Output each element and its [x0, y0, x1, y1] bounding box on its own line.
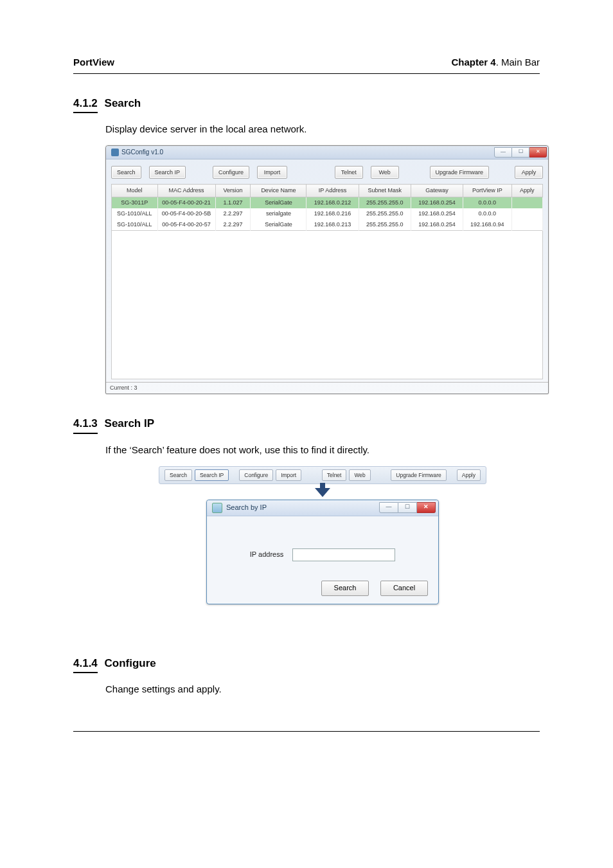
callout-arrow-icon [315, 488, 330, 497]
web-button[interactable]: Web [371, 166, 399, 179]
search-by-ip-dialog: Search by IP — ☐ ✕ IP address Search [206, 500, 439, 604]
close-button[interactable]: ✕ [529, 147, 547, 158]
cell-mac: 00-05-F4-00-20-5B [157, 208, 215, 219]
window-title: SGConfig v1.0 [121, 148, 163, 158]
cell-mask: 255.255.255.0 [359, 197, 411, 209]
heading-4-1-4: 4.1.4 Configure [73, 656, 540, 674]
cell-gw: 192.168.0.254 [411, 208, 463, 219]
device-table[interactable]: Model MAC Address Version Device Name IP… [111, 184, 543, 231]
header-right: Chapter 4. Main Bar [451, 55, 540, 69]
apply-button[interactable]: Apply [457, 469, 481, 481]
col-portview[interactable]: PortView IP [463, 185, 512, 197]
col-gateway[interactable]: Gateway [411, 185, 463, 197]
cell-model: SG-1010/ALL [112, 208, 158, 219]
cell-mac: 00-05-F4-00-20-21 [157, 197, 215, 209]
cell-apply [511, 219, 542, 231]
cell-gw: 192.168.0.254 [411, 219, 463, 231]
header-chapter: Chapter 4 [451, 57, 495, 68]
search-ip-button[interactable]: Search IP [149, 166, 186, 179]
status-bar: Current : 3 [106, 382, 548, 393]
minimize-button[interactable]: — [494, 147, 512, 158]
apply-button[interactable]: Apply [515, 166, 543, 179]
heading-title: Configure [105, 657, 156, 669]
cell-ver: 1.1.027 [215, 197, 251, 209]
cell-ip: 192.168.0.212 [306, 197, 359, 209]
table-row[interactable]: SG-3011P00-05-F4-00-20-211.1.027SerialGa… [112, 197, 543, 209]
search-ip-button[interactable]: Search IP [195, 469, 229, 481]
table-empty-area [112, 231, 542, 349]
cell-name: SerialGate [251, 219, 306, 231]
cell-mac: 00-05-F4-00-20-57 [157, 219, 215, 231]
table-header-row: Model MAC Address Version Device Name IP… [112, 185, 543, 197]
para-413: If the ‘Search’ feature does not work, u… [105, 443, 540, 457]
heading-title: Search [105, 97, 141, 109]
col-mac[interactable]: MAC Address [157, 185, 215, 197]
heading-title: Search IP [105, 417, 155, 429]
heading-4-1-3: 4.1.3 Search IP [73, 416, 540, 434]
heading-num: 4.1.4 [73, 656, 98, 674]
cell-pv: 0.0.0.0 [463, 208, 512, 219]
col-ip[interactable]: IP Address [306, 185, 359, 197]
dialog-icon [212, 503, 222, 513]
footer-rule [73, 731, 540, 732]
ip-address-label: IP address [250, 550, 283, 560]
cell-pv: 0.0.0.0 [463, 197, 512, 209]
dialog-cancel-button[interactable]: Cancel [380, 581, 428, 596]
cell-apply [511, 208, 542, 219]
sgconfig-toolbar: Search Search IP Configure Import Telnet… [111, 166, 543, 179]
searchip-screenshot: Search Search IP Configure Import Telnet… [159, 466, 486, 604]
cell-pv: 192.168.0.94 [463, 219, 512, 231]
heading-4-1-2: 4.1.2 Search [73, 96, 540, 114]
table-row[interactable]: SG-1010/ALL00-05-F4-00-20-572.2.297Seria… [112, 219, 543, 231]
para-414: Change settings and apply. [105, 682, 540, 696]
para-412: Display device server in the local area … [105, 122, 540, 136]
cell-ip: 192.168.0.213 [306, 219, 359, 231]
cell-gw: 192.168.0.254 [411, 197, 463, 209]
cell-ip: 192.168.0.216 [306, 208, 359, 219]
maximize-button[interactable]: ☐ [398, 502, 417, 513]
minimize-button[interactable]: — [379, 502, 398, 513]
sgconfig-titlebar[interactable]: SGConfig v1.0 — ☐ ✕ [106, 146, 548, 159]
heading-num: 4.1.3 [73, 416, 98, 434]
cell-model: SG-3011P [112, 197, 158, 209]
telnet-button[interactable]: Telnet [335, 166, 363, 179]
header-chapter-rest: . Main Bar [496, 57, 540, 68]
maximize-button[interactable]: ☐ [512, 147, 529, 158]
search-button[interactable]: Search [111, 166, 141, 179]
cell-name: SerialGate [251, 197, 306, 209]
cell-model: SG-1010/ALL [112, 219, 158, 231]
col-version[interactable]: Version [215, 185, 251, 197]
app-icon [111, 149, 119, 156]
sgconfig-window: SGConfig v1.0 — ☐ ✕ Search Search IP Con… [105, 145, 549, 394]
col-model[interactable]: Model [112, 185, 158, 197]
import-button[interactable]: Import [257, 166, 287, 179]
col-subnet[interactable]: Subnet Mask [359, 185, 411, 197]
dialog-titlebar[interactable]: Search by IP — ☐ ✕ [207, 500, 438, 516]
table-row[interactable]: SG-1010/ALL00-05-F4-00-20-5B2.2.297seria… [112, 208, 543, 219]
col-device-name[interactable]: Device Name [251, 185, 306, 197]
cell-ver: 2.2.297 [215, 219, 251, 231]
search-button[interactable]: Search [164, 469, 192, 481]
import-button[interactable]: Import [276, 469, 301, 481]
configure-button[interactable]: Configure [213, 166, 249, 179]
header-left: PortView [73, 55, 114, 69]
dialog-search-button[interactable]: Search [321, 581, 369, 596]
cell-ver: 2.2.297 [215, 208, 251, 219]
upgrade-firmware-button[interactable]: Upgrade Firmware [391, 469, 446, 481]
cell-apply [511, 197, 542, 209]
ip-address-input[interactable] [292, 548, 395, 561]
toolbar-strip: Search Search IP Configure Import Telnet… [159, 466, 486, 484]
configure-button[interactable]: Configure [239, 469, 273, 481]
dialog-title: Search by IP [226, 503, 267, 513]
web-button[interactable]: Web [349, 469, 370, 481]
upgrade-firmware-button[interactable]: Upgrade Firmware [430, 166, 490, 179]
cell-name: serialgate [251, 208, 306, 219]
telnet-button[interactable]: Telnet [322, 469, 347, 481]
cell-mask: 255.255.255.0 [359, 219, 411, 231]
page-header: PortView Chapter 4. Main Bar [73, 55, 540, 74]
heading-num: 4.1.2 [73, 96, 98, 114]
col-apply[interactable]: Apply [511, 185, 542, 197]
close-button[interactable]: ✕ [417, 502, 436, 513]
cell-mask: 255.255.255.0 [359, 208, 411, 219]
